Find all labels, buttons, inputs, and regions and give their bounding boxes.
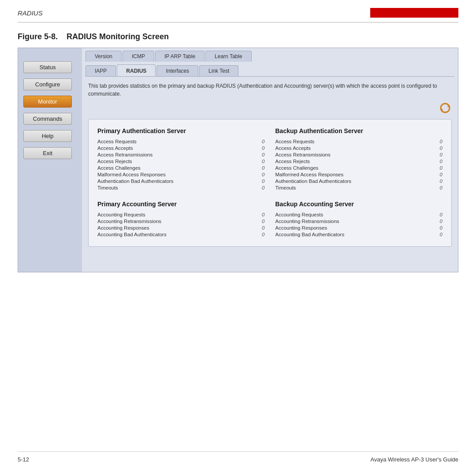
stat-row: Accounting Requests 0: [275, 212, 443, 217]
page-header: RADIUS: [0, 0, 476, 22]
tab-link-test[interactable]: Link Test: [199, 65, 238, 76]
backup-auth-section: Backup Authentication Server Access Requ…: [275, 127, 443, 238]
stat-row: Authentication Bad Authenticators 0: [97, 178, 265, 184]
stat-row: Malformed Access Responses 0: [97, 172, 265, 177]
tab-version[interactable]: Version: [86, 51, 122, 62]
figure-title: Figure 5-8. RADIUS Monitoring Screen: [0, 22, 476, 48]
stat-row: Timeouts 0: [275, 185, 443, 190]
stat-row: Authentication Bad Authenticators 0: [275, 178, 443, 184]
refresh-button[interactable]: [439, 101, 452, 115]
primary-auth-title: Primary Authentication Server: [97, 127, 265, 134]
stat-row: Accounting Retransmissions 0: [275, 219, 443, 224]
stat-row: Access Rejects 0: [275, 159, 443, 164]
stats-panel: Primary Authentication Server Access Req…: [88, 119, 452, 247]
stat-row: Access Challenges 0: [97, 165, 265, 171]
stat-row: Access Retransmissions 0: [275, 152, 443, 157]
footer-page-number: 5-12: [18, 456, 29, 463]
stat-row: Accounting Bad Authenticators 0: [275, 232, 443, 237]
stat-row: Accounting Responses 0: [97, 225, 265, 231]
page-footer: 5-12 Avaya Wireless AP-3 User's Guide: [18, 451, 458, 463]
footer-guide-title: Avaya Wireless AP-3 User's Guide: [371, 456, 458, 463]
content-area: Version ICMP IP ARP Table Learn Table IA…: [82, 48, 458, 272]
stat-row: Access Accepts 0: [97, 145, 265, 151]
primary-acct-title: Primary Accounting Server: [97, 201, 265, 208]
stat-row: Access Accepts 0: [275, 145, 443, 151]
stat-row: Access Requests 0: [275, 139, 443, 144]
sidebar-item-help[interactable]: Help: [23, 130, 72, 142]
sidebar: Status Configure Monitor Commands Help E…: [18, 48, 82, 272]
stat-row: Accounting Bad Authenticators 0: [97, 232, 265, 237]
stat-row: Access Rejects 0: [97, 159, 265, 164]
tab-interfaces[interactable]: Interfaces: [156, 65, 198, 76]
stat-row: Accounting Retransmissions 0: [97, 219, 265, 224]
tabs-row-2: IAPP RADIUS Interfaces Link Test: [82, 62, 458, 76]
stat-row: Access Challenges 0: [275, 165, 443, 171]
stat-row: Accounting Responses 0: [275, 225, 443, 231]
stat-row: Malformed Access Responses 0: [275, 172, 443, 177]
stat-row: Accounting Requests 0: [97, 212, 265, 217]
refresh-area: [82, 101, 458, 117]
stat-row: Timeouts 0: [97, 185, 265, 190]
tabs-container: Version ICMP IP ARP Table Learn Table IA…: [82, 48, 458, 77]
primary-auth-section: Primary Authentication Server Access Req…: [97, 127, 265, 238]
stat-row: Access Retransmissions 0: [97, 152, 265, 157]
tabs-row-1: Version ICMP IP ARP Table Learn Table: [82, 48, 458, 62]
sidebar-item-status[interactable]: Status: [23, 61, 72, 73]
tab-radius[interactable]: RADIUS: [117, 64, 156, 76]
tab-icmp[interactable]: ICMP: [123, 51, 154, 62]
main-area: Status Configure Monitor Commands Help E…: [18, 48, 458, 272]
sidebar-item-configure[interactable]: Configure: [23, 78, 72, 90]
sidebar-item-exit[interactable]: Exit: [23, 147, 72, 159]
red-bar-decoration: [370, 8, 458, 18]
description-text: This tab provides statistics on the prim…: [82, 77, 458, 101]
tab-ip-arp-table[interactable]: IP ARP Table: [155, 51, 205, 62]
sidebar-item-commands[interactable]: Commands: [23, 113, 72, 125]
stats-grid: Primary Authentication Server Access Req…: [97, 127, 443, 238]
page-title: RADIUS: [18, 9, 43, 17]
backup-acct-title: Backup Accounting Server: [275, 201, 443, 208]
tab-learn-table[interactable]: Learn Table: [205, 51, 252, 62]
tab-iapp[interactable]: IAPP: [86, 65, 116, 76]
backup-auth-title: Backup Authentication Server: [275, 127, 443, 134]
sidebar-item-monitor[interactable]: Monitor: [23, 96, 72, 108]
stat-row: Access Requests 0: [97, 139, 265, 144]
